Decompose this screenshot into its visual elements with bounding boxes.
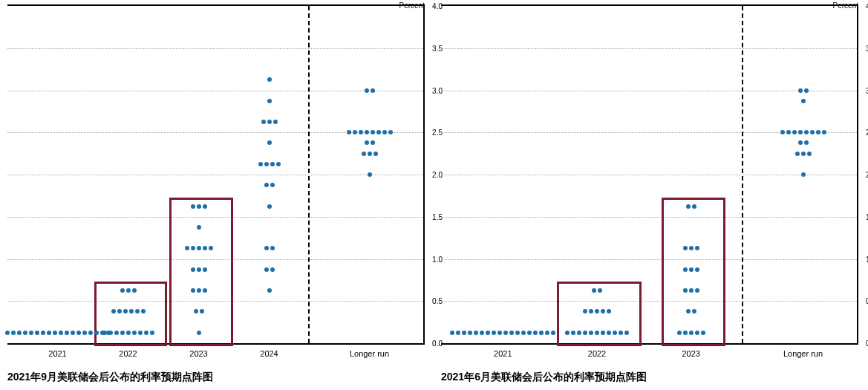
data-dot [191, 288, 195, 293]
data-dot [492, 331, 496, 335]
data-dot [595, 309, 599, 313]
x-tick: 2023 [189, 349, 207, 358]
data-dot [533, 331, 538, 335]
data-dot [82, 331, 87, 335]
x-tick: 2021 [48, 349, 66, 358]
data-dot [786, 130, 791, 134]
data-dot [456, 331, 460, 335]
data-dot [695, 267, 699, 272]
data-dot [197, 267, 201, 272]
data-dot [368, 152, 372, 156]
data-dot [462, 331, 466, 335]
data-dot [571, 331, 575, 335]
data-dot [191, 267, 195, 272]
data-dot [191, 204, 195, 209]
dot-plot: Percent0.00.51.01.52.02.53.03.54.0202120… [441, 4, 858, 345]
data-dot [468, 331, 472, 335]
data-dot [273, 120, 278, 124]
data-dot [203, 246, 207, 250]
data-dot [683, 288, 688, 293]
data-dot [589, 331, 593, 335]
data-dot [365, 88, 369, 93]
data-dot [270, 162, 275, 166]
data-dot [150, 331, 154, 335]
data-dot [497, 331, 502, 335]
data-dot [197, 331, 201, 335]
data-dot [270, 267, 275, 272]
highlight-box [169, 198, 233, 346]
data-dot [359, 130, 363, 134]
data-dot [347, 130, 351, 134]
data-dot [795, 152, 800, 156]
data-dot [368, 172, 372, 177]
data-dot [801, 99, 806, 103]
grid-line [441, 175, 857, 175]
data-dot [102, 331, 107, 335]
data-dot [619, 331, 623, 335]
data-dot [692, 204, 696, 209]
data-dot [209, 246, 213, 250]
data-dot [486, 331, 490, 335]
data-dot [365, 140, 369, 145]
divider-line [742, 6, 743, 343]
chart-title: 2021年9月美联储会后公布的利率预期点阵图 [7, 371, 213, 384]
data-dot [270, 183, 275, 187]
data-dot [792, 130, 797, 134]
data-dot [261, 120, 266, 124]
data-dot [701, 331, 705, 335]
data-dot [515, 331, 520, 335]
grid-line [7, 91, 423, 91]
data-dot [135, 309, 140, 313]
data-dot [450, 331, 454, 335]
data-dot [686, 204, 691, 209]
data-dot [264, 162, 269, 166]
data-dot [270, 246, 275, 250]
data-dot [267, 204, 272, 209]
data-dot [801, 172, 806, 177]
data-dot [47, 331, 51, 335]
data-dot [197, 288, 201, 293]
y-axis-label: Percent [399, 1, 425, 10]
data-dot [258, 162, 263, 166]
data-dot [203, 204, 207, 209]
data-dot [613, 331, 617, 335]
data-dot [689, 267, 694, 272]
data-dot [807, 152, 812, 156]
data-dot [129, 309, 134, 313]
data-dot [382, 130, 387, 134]
data-dot [598, 288, 602, 293]
data-dot [132, 331, 137, 335]
data-dot [191, 246, 195, 250]
data-dot [108, 331, 113, 335]
data-dot [59, 331, 63, 335]
data-dot [138, 331, 143, 335]
data-dot [388, 130, 393, 134]
x-tick: Longer run [783, 349, 823, 358]
data-dot [197, 204, 201, 209]
data-dot [503, 331, 508, 335]
data-dot [197, 225, 201, 230]
data-dot [545, 331, 549, 335]
data-dot [123, 309, 128, 313]
data-dot [480, 331, 484, 335]
data-dot [780, 130, 785, 134]
data-dot [23, 331, 27, 335]
data-dot [276, 162, 281, 166]
highlight-box [94, 282, 167, 346]
data-dot [689, 288, 694, 293]
data-dot [17, 331, 22, 335]
data-dot [695, 331, 699, 335]
data-dot [267, 77, 272, 82]
data-dot [120, 331, 125, 335]
data-dot [88, 331, 93, 335]
data-dot [65, 331, 69, 335]
data-dot [362, 152, 366, 156]
data-dot [607, 309, 611, 313]
data-dot [353, 130, 357, 134]
data-dot [595, 331, 599, 335]
data-dot [521, 331, 526, 335]
data-dot [371, 140, 375, 145]
data-dot [264, 246, 269, 250]
data-dot [551, 331, 555, 335]
data-dot [267, 99, 272, 103]
